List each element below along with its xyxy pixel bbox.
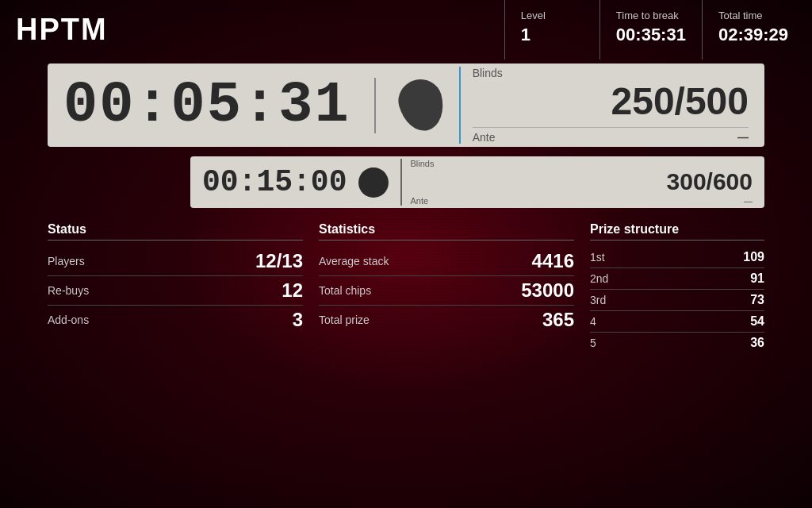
total-chips-value: 53000 bbox=[521, 279, 574, 302]
next-level-panel: 00:15:00 Blinds 300/600 Ante — bbox=[190, 156, 764, 208]
prize-row: 1st109 bbox=[590, 247, 764, 268]
blinds-section: Blinds 250/500 Ante — bbox=[459, 67, 749, 144]
avg-stack-value: 4416 bbox=[532, 250, 574, 272]
level-value: 1 bbox=[521, 25, 584, 45]
prize-value: 54 bbox=[750, 314, 764, 329]
prize-row: 454 bbox=[590, 311, 764, 333]
time-to-break-value: 00:35:31 bbox=[616, 25, 686, 45]
players-value: 12/13 bbox=[255, 250, 303, 272]
panel-divider bbox=[374, 78, 376, 133]
ante-row: Ante — bbox=[473, 127, 749, 144]
ante-label: Ante bbox=[473, 131, 496, 144]
avg-stack-label: Average stack bbox=[319, 255, 389, 267]
next-ante-value: — bbox=[744, 196, 753, 206]
logo-text: HPTM bbox=[16, 13, 108, 47]
addons-label: Add-ons bbox=[48, 314, 89, 326]
main-content: HPTM Level 1 Time to break 00:35:31 Tota… bbox=[0, 0, 812, 508]
prize-value: 91 bbox=[750, 271, 764, 286]
prize-value: 73 bbox=[750, 293, 764, 307]
prize-place: 3rd bbox=[590, 294, 606, 306]
time-to-break-stat: Time to break 00:35:31 bbox=[599, 0, 702, 60]
addons-row: Add-ons 3 bbox=[48, 306, 303, 334]
logo: HPTM bbox=[8, 0, 504, 60]
next-ante-label: Ante bbox=[410, 196, 428, 206]
prize-value: 36 bbox=[750, 336, 764, 350]
prize-value: 109 bbox=[743, 250, 764, 264]
status-title: Status bbox=[48, 222, 303, 241]
prize-structure-panel: Prize structure 1st1092nd913rd73454536 bbox=[590, 222, 764, 353]
players-row: Players 12/13 bbox=[48, 247, 303, 276]
next-blinds-value: 300/600 bbox=[410, 168, 753, 194]
next-ante-row: Ante — bbox=[410, 196, 753, 206]
rebuys-value: 12 bbox=[282, 279, 303, 302]
coin-shape bbox=[393, 75, 449, 136]
main-timer-panel: 00:05:31 Blinds 250/500 Ante — bbox=[48, 64, 764, 147]
rebuys-label: Re-buys bbox=[48, 284, 89, 297]
statistics-title: Statistics bbox=[319, 222, 574, 241]
prize-row: 3rd73 bbox=[590, 290, 764, 311]
next-blinds-section: Blinds 300/600 Ante — bbox=[400, 159, 753, 206]
addons-value: 3 bbox=[293, 309, 303, 331]
header: HPTM Level 1 Time to break 00:35:31 Tota… bbox=[0, 0, 812, 60]
statistics-panel: Statistics Average stack 4416 Total chip… bbox=[319, 222, 574, 353]
next-timer-display: 00:15:00 bbox=[202, 165, 347, 199]
prize-place: 1st bbox=[590, 251, 605, 264]
players-label: Players bbox=[48, 255, 85, 267]
next-coin-icon bbox=[358, 167, 389, 198]
level-stat: Level 1 bbox=[504, 0, 599, 60]
total-time-stat: Total time 02:39:29 bbox=[702, 0, 804, 60]
total-chips-row: Total chips 53000 bbox=[319, 276, 574, 306]
total-chips-label: Total chips bbox=[319, 284, 371, 297]
prize-place: 4 bbox=[590, 315, 596, 328]
prize-entries-container: 1st1092nd913rd73454536 bbox=[590, 247, 764, 353]
prize-place: 2nd bbox=[590, 272, 608, 285]
blinds-value: 250/500 bbox=[473, 83, 749, 121]
time-to-break-label: Time to break bbox=[616, 10, 686, 21]
main-timer-display: 00:05:31 bbox=[63, 73, 350, 138]
ante-value: — bbox=[737, 131, 749, 144]
total-prize-value: 365 bbox=[542, 309, 574, 331]
prize-row: 536 bbox=[590, 333, 764, 353]
total-prize-row: Total prize 365 bbox=[319, 306, 574, 334]
coin-icon bbox=[400, 79, 443, 131]
total-time-value: 02:39:29 bbox=[718, 25, 788, 45]
level-label: Level bbox=[521, 10, 584, 21]
next-blinds-label: Blinds bbox=[410, 159, 753, 168]
prize-place: 5 bbox=[590, 337, 596, 349]
status-panel: Status Players 12/13 Re-buys 12 Add-ons … bbox=[48, 222, 303, 353]
stats-row: Status Players 12/13 Re-buys 12 Add-ons … bbox=[48, 222, 764, 353]
prize-structure-title: Prize structure bbox=[590, 222, 764, 241]
rebuys-row: Re-buys 12 bbox=[48, 276, 303, 306]
avg-stack-row: Average stack 4416 bbox=[319, 247, 574, 276]
total-prize-label: Total prize bbox=[319, 314, 370, 326]
prize-row: 2nd91 bbox=[590, 268, 764, 290]
blinds-label: Blinds bbox=[473, 67, 749, 79]
total-time-label: Total time bbox=[718, 10, 788, 21]
